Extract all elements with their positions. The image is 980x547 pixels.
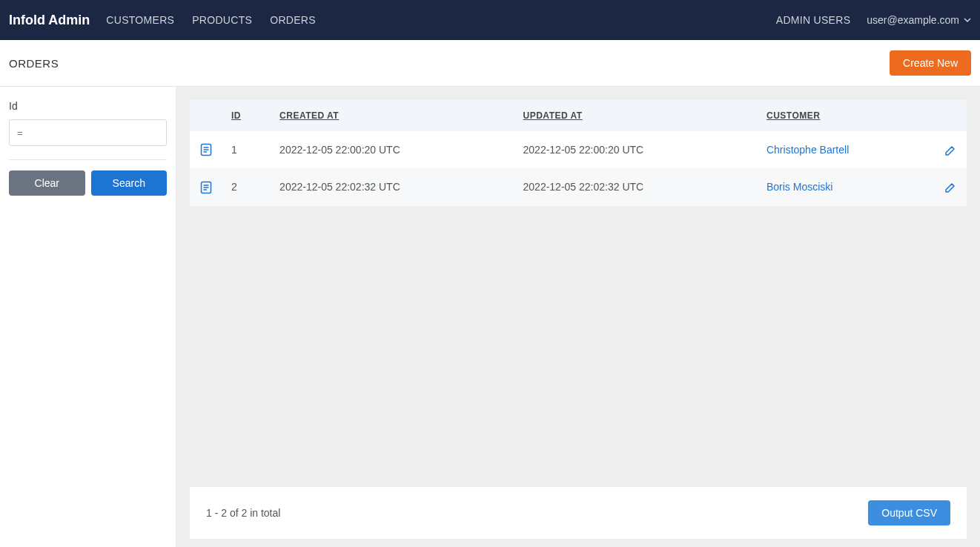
create-new-button[interactable]: Create New (890, 50, 971, 76)
filter-sidebar: Id Clear Search (0, 87, 176, 547)
user-menu[interactable]: user@example.com (867, 14, 971, 26)
edit-icon[interactable] (944, 181, 956, 193)
col-customer[interactable]: CUSTOMER (758, 100, 934, 131)
top-nav: Infold Admin CUSTOMERS PRODUCTS ORDERS A… (0, 0, 980, 40)
page-title: ORDERS (9, 57, 59, 70)
nav-link-orders[interactable]: ORDERS (270, 14, 316, 26)
cell-updated-at: 2022-12-05 22:02:32 UTC (514, 168, 758, 205)
table-footer: 1 - 2 of 2 in total Output CSV (190, 487, 967, 539)
nav-link-products[interactable]: PRODUCTS (192, 14, 252, 26)
clear-button[interactable]: Clear (9, 170, 85, 196)
table-row: 1 2022-12-05 22:00:20 UTC 2022-12-05 22:… (190, 131, 967, 168)
filter-id-input[interactable] (9, 119, 167, 146)
col-id[interactable]: ID (222, 100, 271, 131)
table-header-row: ID CREATED AT UPDATED AT CUSTOMER (190, 100, 967, 131)
nav-link-admin-users[interactable]: ADMIN USERS (776, 14, 851, 26)
edit-icon[interactable] (944, 144, 956, 156)
main-content: ID CREATED AT UPDATED AT CUSTOMER (176, 87, 980, 547)
nav-right: ADMIN USERS user@example.com (776, 14, 971, 26)
col-updated-at[interactable]: UPDATED AT (514, 100, 758, 131)
col-view (190, 100, 222, 131)
view-icon[interactable] (200, 143, 212, 155)
brand-logo[interactable]: Infold Admin (9, 13, 90, 28)
col-created-at[interactable]: CREATED AT (271, 100, 514, 131)
cell-created-at: 2022-12-05 22:02:32 UTC (271, 168, 514, 205)
filter-divider (9, 159, 167, 160)
customer-link[interactable]: Christophe Bartell (767, 144, 849, 156)
cell-created-at: 2022-12-05 22:00:20 UTC (271, 131, 514, 168)
table-row: 2 2022-12-05 22:02:32 UTC 2022-12-05 22:… (190, 168, 967, 205)
orders-table: ID CREATED AT UPDATED AT CUSTOMER (190, 100, 967, 206)
chevron-down-icon (964, 16, 971, 24)
main-layout: Id Clear Search ID CREATED AT UPDATED AT… (0, 87, 980, 547)
customer-link[interactable]: Boris Mosciski (767, 181, 832, 193)
user-email: user@example.com (867, 14, 959, 26)
view-icon[interactable] (200, 180, 212, 192)
nav-link-customers[interactable]: CUSTOMERS (106, 14, 174, 26)
nav-links: CUSTOMERS PRODUCTS ORDERS (106, 14, 775, 26)
filter-buttons: Clear Search (9, 170, 167, 196)
sub-header: ORDERS Create New (0, 40, 980, 87)
cell-updated-at: 2022-12-05 22:00:20 UTC (514, 131, 758, 168)
search-button[interactable]: Search (91, 170, 168, 196)
pagination-range: 1 - 2 of 2 in total (206, 507, 280, 519)
output-csv-button[interactable]: Output CSV (868, 500, 950, 526)
cell-id: 2 (222, 168, 271, 205)
table-filler (190, 206, 967, 487)
col-edit (934, 100, 967, 131)
cell-id: 1 (222, 131, 271, 168)
filter-id-label: Id (9, 100, 167, 112)
table-wrap: ID CREATED AT UPDATED AT CUSTOMER (190, 100, 967, 539)
